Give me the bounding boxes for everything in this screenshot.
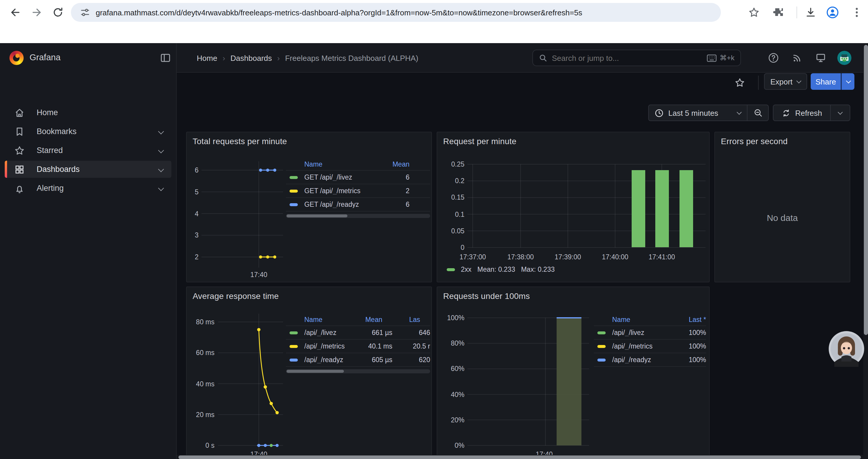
sidebar-item-dashboards[interactable]: Dashboards — [5, 161, 172, 178]
sidebar-item-alerting[interactable]: Alerting — [5, 179, 172, 197]
x-tick: 17:37:00 — [454, 252, 492, 262]
bookmark-icon — [14, 126, 25, 137]
monitor-icon[interactable] — [815, 53, 826, 63]
zoom-out-icon — [753, 108, 763, 118]
breadcrumb: Home › Dashboards › Freeleaps Metrics Da… — [197, 43, 418, 73]
legend-header: Name Mean — [286, 158, 430, 170]
time-range-picker[interactable]: Last 5 minutes — [648, 104, 747, 121]
legend-row[interactable]: /api/_/livez 661 µs 646 — [286, 326, 430, 339]
x-tick: 17:41:00 — [643, 252, 681, 262]
toolbar-divider — [797, 6, 797, 18]
breadcrumb-dashboards[interactable]: Dashboards — [230, 54, 272, 62]
brand-title: Grafana — [30, 53, 61, 62]
zoom-out-button[interactable] — [747, 104, 769, 121]
search-icon — [539, 54, 547, 62]
grafana-app: Grafana Home › Dashboards › Freeleaps Me… — [0, 43, 868, 459]
legend-row[interactable]: /api/_/livez 100% — [594, 326, 706, 339]
panel-title[interactable]: Total requests per minute — [193, 136, 287, 146]
forward-icon[interactable] — [31, 6, 42, 18]
sidebar-item-home[interactable]: Home — [5, 104, 172, 121]
y-tick: 40% — [441, 390, 464, 399]
series-mean: Mean: 0.233 — [477, 266, 515, 273]
breadcrumb-home[interactable]: Home — [197, 54, 217, 62]
legend-scrollbar[interactable] — [286, 214, 430, 218]
legend-col-last[interactable]: Las — [390, 316, 420, 323]
news-rss-icon[interactable] — [792, 53, 802, 63]
reload-icon[interactable] — [52, 6, 64, 18]
legend-col-name[interactable]: Name — [597, 316, 678, 323]
legend-scrollbar[interactable] — [286, 369, 430, 373]
user-avatar[interactable] — [837, 51, 851, 65]
back-icon[interactable] — [9, 6, 21, 18]
extensions-icon[interactable] — [773, 6, 785, 18]
panel-title[interactable]: Average response time — [193, 291, 279, 301]
profile-icon[interactable] — [826, 6, 839, 19]
chevron-down-icon[interactable] — [158, 147, 164, 153]
download-icon[interactable] — [805, 6, 816, 18]
bookmarks-bar: Freeleaps 收藏博客 — [0, 25, 868, 43]
search-box[interactable]: ⌘+k — [532, 50, 741, 66]
legend-col-mean[interactable]: Mean — [347, 316, 382, 323]
panel-average-response-time: Average response time 80 ms 60 ms 40 ms … — [186, 287, 432, 459]
legend-row[interactable]: /api/_/readyz 605 µs 620 — [286, 353, 430, 366]
screen: Freeleaps 收藏博客 Grafana Home › Dashboards… — [0, 0, 868, 459]
help-icon[interactable] — [768, 53, 779, 63]
vertical-scrollbar-thumb[interactable] — [864, 45, 868, 335]
sidebar-item-starred[interactable]: Starred — [5, 142, 172, 159]
refresh-interval-dropdown[interactable] — [831, 104, 850, 121]
chevron-down-icon — [737, 109, 742, 114]
series-mean: 40.1 ms — [357, 342, 392, 350]
horizontal-scrollbar-thumb[interactable] — [179, 455, 861, 459]
series-last: 100% — [678, 329, 706, 336]
y-tick: 80 ms — [187, 317, 215, 327]
panel-title[interactable]: Request per minute — [443, 136, 517, 146]
legend-row[interactable]: GET /api/_/readyz 6 — [286, 197, 430, 211]
series-color-chip — [597, 358, 606, 361]
sidebar-item-label: Starred — [37, 146, 63, 155]
dashboards-grid-icon — [14, 164, 25, 174]
panel-request-per-minute: Request per minute 0.25 0.2 0.15 0.1 0.0… — [437, 132, 710, 282]
sidebar-toggle-icon[interactable] — [160, 53, 171, 63]
share-button[interactable]: Share — [811, 73, 841, 90]
legend-row[interactable]: GET /api/_/metrics 2 — [286, 184, 430, 197]
legend-col-last[interactable]: Last * — [678, 316, 706, 323]
legend-row[interactable]: /api/_/readyz 100% — [594, 353, 706, 366]
legend-row[interactable]: 2xx Mean: 0.233 Max: 0.233 — [447, 266, 555, 273]
series-mean: 661 µs — [357, 329, 392, 336]
y-tick: 6 — [187, 165, 198, 175]
refresh-button[interactable]: Refresh — [773, 104, 831, 121]
bar-chart — [467, 160, 707, 249]
chevron-down-icon[interactable] — [158, 129, 164, 134]
site-settings-icon[interactable] — [80, 8, 90, 17]
legend-row[interactable]: GET /api/_/livez 6 — [286, 170, 430, 184]
panel-title[interactable]: Requests under 100ms — [443, 291, 530, 301]
y-tick: 40 ms — [187, 379, 215, 388]
series-name: /api/_/livez — [612, 329, 678, 336]
sidebar-item-label: Bookmarks — [37, 127, 76, 136]
sidebar-item-bookmarks[interactable]: Bookmarks — [5, 123, 172, 140]
legend-col-name[interactable]: Name — [289, 160, 362, 167]
share-dropdown-button[interactable] — [841, 73, 855, 90]
assistant-avatar[interactable] — [829, 331, 864, 367]
legend-row[interactable]: /api/_/metrics 40.1 ms 20.5 r — [286, 339, 430, 353]
url-input[interactable] — [96, 8, 711, 17]
y-tick: 0 s — [187, 441, 215, 450]
legend-row[interactable]: /api/_/metrics 100% — [594, 339, 706, 353]
y-tick: 60% — [441, 364, 464, 374]
favorite-star-icon[interactable] — [735, 77, 745, 88]
refresh-icon — [781, 108, 790, 117]
legend-col-mean[interactable]: Mean — [362, 160, 409, 167]
legend-col-name[interactable]: Name — [289, 316, 347, 323]
chevron-down-icon[interactable] — [158, 166, 164, 172]
series-mean: 605 µs — [357, 356, 392, 363]
chevron-down-icon[interactable] — [158, 185, 164, 191]
sidebar-item-label: Dashboards — [37, 165, 80, 174]
menu-dots-icon[interactable] — [851, 6, 863, 18]
bookmark-star-icon[interactable] — [748, 6, 760, 18]
grafana-logo[interactable] — [9, 51, 24, 65]
panel-title[interactable]: Errors per second — [721, 136, 788, 146]
url-bar[interactable] — [71, 3, 721, 22]
search-input[interactable] — [552, 54, 702, 62]
panel-total-requests: Total requests per minute 6 5 4 3 2 17:4… — [186, 132, 432, 282]
export-button[interactable]: Export — [764, 73, 807, 90]
